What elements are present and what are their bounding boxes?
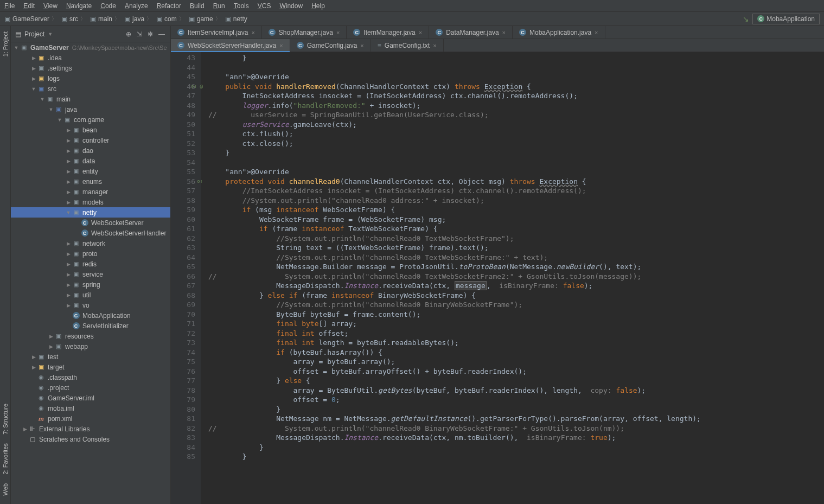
code-line-78[interactable]: array = ByteBufUtil.getBytes(byteBuf, by… (208, 386, 824, 395)
code-line-47[interactable]: InetSocketAddress insocket = (InetSocket… (208, 91, 824, 101)
tab-datamanager-java[interactable]: CDataManager.java× (429, 26, 513, 39)
expand-icon[interactable]: ▼ (39, 97, 46, 102)
breadcrumb-src[interactable]: ▣src〉 (59, 15, 88, 23)
code-line-55[interactable]: "ann">@Override (208, 167, 824, 177)
menu-view[interactable]: View (39, 2, 62, 10)
tree-item-websocketserverhandler[interactable]: CWebSocketServerHandler (11, 228, 170, 238)
project-panel-title[interactable]: Project (24, 30, 44, 38)
code-line-85[interactable]: } (208, 452, 824, 462)
breadcrumb-GameServer[interactable]: ▣GameServer〉 (2, 15, 59, 23)
expand-icon[interactable]: ▶ (30, 354, 37, 360)
tree-item--idea[interactable]: ▶▣.idea (11, 53, 170, 63)
expand-icon[interactable]: ▶ (30, 365, 37, 370)
project-tree[interactable]: ▼▣GameServerG:\MonkeySpace\moba-new\Src\… (11, 42, 170, 504)
menu-refactor[interactable]: Refactor (152, 2, 186, 10)
expand-icon[interactable]: ▶ (48, 344, 54, 349)
menu-analyze[interactable]: Analyze (120, 2, 152, 10)
code-line-52[interactable]: ctx.close(); (208, 139, 824, 149)
tree-item--classpath[interactable]: ◉.classpath (11, 372, 170, 382)
tree-item-proto[interactable]: ▶▣proto (11, 248, 170, 259)
code-line-70[interactable]: ByteBuf byteBuf = frame.content(); (208, 310, 824, 320)
close-icon[interactable]: × (279, 42, 283, 49)
menu-help[interactable]: Help (307, 2, 329, 10)
tree-item-data[interactable]: ▶▣data (11, 156, 170, 166)
override-gutter-icon[interactable]: o↑ @ (191, 82, 203, 92)
project-tool-tab[interactable]: 1: Project (1, 28, 10, 60)
close-icon[interactable]: × (360, 42, 363, 49)
code-line-81[interactable]: NetMessage nm = NetMessage.getDefaultIns… (208, 414, 824, 424)
code-line-65[interactable]: NetMessage.Builder message = ProtoJsonUt… (208, 262, 824, 272)
expand-icon[interactable]: ▼ (30, 86, 37, 92)
tab-shopmanager-java[interactable]: CShopManager.java× (262, 26, 347, 39)
tree-root[interactable]: ▼▣GameServerG:\MonkeySpace\moba-new\Src\… (11, 42, 170, 53)
code-line-83[interactable]: MessageDispatch.Instance.receiveData(ctx… (208, 433, 824, 443)
expand-icon[interactable]: ▶ (65, 303, 72, 308)
code-line-58[interactable]: //System.out.println("channelRead0 addre… (208, 196, 824, 206)
code-line-75[interactable]: array = byteBuf.array(); (208, 357, 824, 367)
close-icon[interactable]: × (433, 42, 436, 49)
expand-icon[interactable]: ▶ (65, 138, 72, 143)
tab-gameconfig-txt[interactable]: ≡GameConfig.txt× (371, 39, 444, 52)
tree-item-test[interactable]: ▶▣test (11, 352, 170, 362)
menu-tools[interactable]: Tools (229, 2, 253, 10)
override-gutter-icon[interactable]: o↑ (197, 177, 203, 187)
code-line-43[interactable]: } (208, 53, 824, 63)
expand-icon[interactable]: ▶ (65, 292, 72, 298)
code-line-44[interactable] (208, 63, 824, 73)
code-line-63[interactable]: String text = ((TextWebSocketFrame) fram… (208, 243, 824, 253)
settings-icon[interactable]: ✻ (146, 29, 154, 39)
tree-item-scratches-and-consoles[interactable]: ▢Scratches and Consoles (11, 434, 170, 444)
code-line-64[interactable]: //System.out.println("channelRead0 TextW… (208, 253, 824, 263)
expand-icon[interactable]: ▶ (65, 261, 72, 267)
breadcrumb-com[interactable]: ▣com〉 (154, 15, 187, 23)
run-config-selector[interactable]: C MobaApplication (752, 14, 820, 24)
breadcrumb-java[interactable]: ▣java〉 (122, 15, 154, 23)
expand-icon[interactable]: ▶ (65, 189, 72, 195)
tree-item-java[interactable]: ▼▣java (11, 104, 170, 114)
expand-icon[interactable]: ▼ (65, 210, 72, 215)
tree-item-entity[interactable]: ▶▣entity (11, 166, 170, 176)
tab-mobaapplication-java[interactable]: CMobaApplication.java× (513, 26, 605, 39)
expand-icon[interactable]: ▶ (30, 76, 37, 81)
hide-icon[interactable]: — (157, 29, 166, 39)
tree-item-bean[interactable]: ▶▣bean (11, 125, 170, 135)
menu-vcs[interactable]: VCS (253, 2, 276, 10)
code-line-56[interactable]: protected void channelRead0(ChannelHandl… (208, 177, 824, 187)
expand-icon[interactable]: ▼ (48, 107, 54, 112)
menu-edit[interactable]: Edit (19, 2, 39, 10)
close-icon[interactable]: × (419, 29, 422, 36)
expand-icon[interactable]: ▼ (56, 117, 63, 123)
expand-icon[interactable]: ▶ (48, 334, 54, 339)
tree-item--settings[interactable]: ▶▣.settings (11, 63, 170, 73)
tree-item-com-game[interactable]: ▼▣com.game (11, 114, 170, 125)
expand-icon[interactable]: ▶ (65, 282, 72, 288)
expand-icon[interactable]: ▶ (65, 158, 72, 164)
tree-item-external-libraries[interactable]: ▶⊪External Libraries (11, 424, 170, 434)
code-line-80[interactable]: } (208, 405, 824, 414)
tree-item-resources[interactable]: ▶▣resources (11, 331, 170, 341)
expand-icon[interactable]: ▶ (30, 66, 37, 71)
code-line-59[interactable]: if (msg instanceof WebSocketFrame) { (208, 205, 824, 215)
code-line-84[interactable]: } (208, 443, 824, 452)
tree-item-vo[interactable]: ▶▣vo (11, 300, 170, 310)
breadcrumb-netty[interactable]: ▣netty (223, 15, 250, 23)
dropdown-icon[interactable]: ▼ (48, 31, 53, 37)
code-line-51[interactable]: ctx.flush(); (208, 129, 824, 139)
expand-icon[interactable]: ▶ (65, 148, 72, 154)
favorites-tool-tab[interactable]: 2: Favorites (1, 440, 10, 477)
code-line-49[interactable]: // userService = SpringBeanUtil.getBean(… (208, 110, 824, 120)
code-line-66[interactable]: // System.out.println("channelRead0 Text… (208, 272, 824, 282)
tree-item-spring[interactable]: ▶▣spring (11, 279, 170, 290)
tree-item-target[interactable]: ▶▣target (11, 362, 170, 372)
tree-item--project[interactable]: ◉.project (11, 382, 170, 393)
code-line-48[interactable]: logger.info("handlerRemoved:" + insocket… (208, 101, 824, 111)
expand-icon[interactable]: ▶ (65, 127, 72, 133)
code-line-62[interactable]: //System.out.println("channelRead0 TextW… (208, 234, 824, 244)
code-line-74[interactable]: if (byteBuf.hasArray()) { (208, 348, 824, 358)
tree-item-models[interactable]: ▶▣models (11, 197, 170, 207)
tree-item-network[interactable]: ▶▣network (11, 238, 170, 248)
menu-run[interactable]: Run (209, 2, 229, 10)
code-line-79[interactable]: offset = 0; (208, 395, 824, 405)
tab-websocketserverhandler-java[interactable]: CWebSocketServerHandler.java× (171, 39, 290, 52)
code-line-73[interactable]: final int length = byteBuf.readableBytes… (208, 338, 824, 348)
